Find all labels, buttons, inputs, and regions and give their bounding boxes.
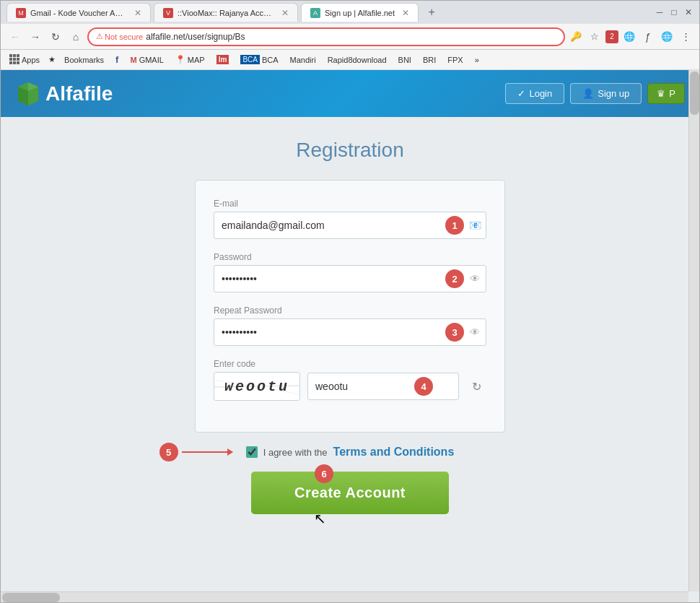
bookmark-bni-label: BNI bbox=[398, 56, 411, 64]
vertical-scrollbar[interactable] bbox=[688, 70, 699, 591]
repeat-password-show-icon[interactable]: 👁 bbox=[464, 319, 486, 345]
bookmark-fpx-label: FPX bbox=[447, 56, 463, 64]
svg-rect-6 bbox=[9, 61, 12, 64]
tab-gmail[interactable]: M Gmail - Kode Voucher ALFAFILI... ✕ bbox=[6, 3, 151, 22]
create-account-button[interactable]: Create Account bbox=[251, 472, 449, 514]
m-icon: M bbox=[130, 56, 136, 64]
step-2-badge: 2 bbox=[445, 269, 464, 288]
horizontal-scroll-thumb[interactable] bbox=[2, 593, 60, 602]
tab-vioomax-label: ::ViooMax:: Rajanya Account Pr... bbox=[178, 9, 274, 17]
tab-vioomax[interactable]: V ::ViooMax:: Rajanya Account Pr... ✕ bbox=[154, 3, 298, 22]
back-button[interactable]: ← bbox=[6, 28, 24, 45]
password-input-wrap: 2 👁 bbox=[214, 265, 486, 292]
key-icon[interactable]: 🔑 bbox=[568, 29, 584, 45]
svg-rect-7 bbox=[13, 61, 16, 64]
address-bar[interactable]: ⚠ Not secure alfafile.net/user/signup/Bs bbox=[87, 27, 565, 46]
tab-gmail-label: Gmail - Kode Voucher ALFAFILI... bbox=[30, 9, 127, 17]
bookmark-bni[interactable]: BNI bbox=[395, 54, 414, 66]
gmail-favicon: M bbox=[16, 8, 26, 18]
security-warning: ⚠ Not secure bbox=[96, 32, 143, 41]
password-label: Password bbox=[214, 252, 486, 262]
home-button[interactable]: ⌂ bbox=[67, 28, 84, 45]
login-button[interactable]: ✓ Login bbox=[505, 83, 564, 104]
checkmark-icon: ✓ bbox=[517, 88, 525, 99]
reload-button[interactable]: ↻ bbox=[47, 28, 64, 45]
maximize-button[interactable]: □ bbox=[669, 7, 679, 17]
captcha-refresh-button[interactable]: ↻ bbox=[466, 376, 486, 396]
bookmark-bri-label: BRI bbox=[423, 56, 436, 64]
email-input[interactable] bbox=[214, 212, 464, 238]
formula-icon[interactable]: ƒ bbox=[640, 29, 656, 45]
bookmark-bookmarks[interactable]: Bookmarks bbox=[61, 54, 107, 66]
terms-link-text: Terms and Conditions bbox=[333, 446, 455, 458]
fb-icon: f bbox=[115, 54, 118, 65]
agree-checkbox[interactable] bbox=[246, 446, 258, 458]
extensions-icon[interactable]: 2 bbox=[605, 30, 618, 43]
bookmark-map[interactable]: 📍 MAP bbox=[172, 53, 208, 66]
login-label: Login bbox=[529, 88, 552, 99]
new-tab-button[interactable]: + bbox=[421, 3, 442, 22]
bookmark-rapid8[interactable]: Rapid8download bbox=[325, 54, 390, 66]
bookmark-lm[interactable]: lm bbox=[214, 53, 232, 66]
svg-rect-3 bbox=[9, 58, 12, 61]
signup-button[interactable]: 👤 Sign up bbox=[570, 83, 642, 104]
minimize-button[interactable]: ─ bbox=[655, 7, 665, 17]
step-4-badge: 4 bbox=[414, 377, 433, 396]
bookmark-fb[interactable]: f bbox=[113, 53, 121, 66]
bookmark-map-label: MAP bbox=[188, 56, 205, 64]
bookmark-gmail[interactable]: M GMAIL bbox=[127, 54, 166, 66]
step-1-badge: 1 bbox=[445, 216, 464, 235]
captcha-image: weootu bbox=[214, 372, 300, 401]
close-button[interactable]: ✕ bbox=[683, 7, 694, 17]
bookmark-bri[interactable]: BRI bbox=[420, 54, 439, 66]
alfafile-favicon: A bbox=[310, 8, 320, 18]
bookmarks-more[interactable]: » bbox=[472, 54, 482, 66]
step-3-badge: 3 bbox=[445, 323, 464, 342]
svg-rect-5 bbox=[17, 58, 19, 61]
bookmark-mandiri-label: Mandiri bbox=[290, 56, 316, 64]
tab-alfafile-close[interactable]: ✕ bbox=[402, 8, 409, 18]
bookmark-bookmarks-label: Bookmarks bbox=[64, 56, 104, 64]
step-5-arrow bbox=[182, 451, 232, 453]
bookmark-apps[interactable]: Apps bbox=[6, 53, 43, 67]
toolbar-icons: 🔑 ☆ 2 🌐 ƒ 🌐 ⋮ bbox=[568, 29, 694, 45]
chrome-icon[interactable]: 🌐 bbox=[659, 29, 675, 45]
tab-vioomax-close[interactable]: ✕ bbox=[281, 8, 289, 18]
email-icon: 📧 bbox=[464, 212, 486, 238]
agree-text: I agree with the bbox=[263, 447, 328, 458]
captcha-label: Enter code bbox=[214, 359, 486, 369]
tab-gmail-close[interactable]: ✕ bbox=[134, 8, 141, 18]
create-account-label: Create Account bbox=[294, 485, 406, 500]
captcha-input-wrap: 4 bbox=[307, 373, 459, 400]
vioomax-favicon: V bbox=[163, 8, 173, 18]
premium-button[interactable]: ♛ P bbox=[647, 83, 685, 104]
submit-section: 6 Create Account ↖ bbox=[251, 472, 449, 514]
terms-link[interactable]: Terms and Conditions bbox=[333, 446, 455, 459]
tab-alfafile[interactable]: A Sign up | Alfafile.net ✕ bbox=[301, 3, 419, 22]
profile-icon2[interactable]: 🌐 bbox=[621, 29, 637, 45]
window-controls: ─ □ ✕ bbox=[655, 7, 694, 17]
bookmark-mandiri[interactable]: Mandiri bbox=[287, 54, 319, 66]
bookmark-gmail-label: GMAIL bbox=[139, 56, 164, 64]
star-icon[interactable]: ☆ bbox=[587, 29, 603, 45]
bookmark-fpx[interactable]: FPX bbox=[445, 54, 465, 66]
main-area: Registration E-mail 1 📧 Password bbox=[1, 117, 699, 602]
logo: Alfafile bbox=[15, 81, 113, 107]
more-button[interactable]: ⋮ bbox=[678, 29, 694, 45]
title-bar: M Gmail - Kode Voucher ALFAFILI... ✕ V :… bbox=[1, 1, 699, 24]
password-show-icon[interactable]: 👁 bbox=[464, 266, 486, 292]
repeat-password-input[interactable] bbox=[214, 319, 464, 345]
horizontal-scrollbar[interactable] bbox=[1, 591, 688, 602]
logo-text: Alfafile bbox=[45, 82, 113, 105]
forward-button[interactable]: → bbox=[27, 28, 44, 45]
step-6-badge: 6 bbox=[315, 464, 333, 483]
crown-icon: ♛ bbox=[657, 88, 665, 99]
captcha-input[interactable] bbox=[308, 373, 458, 399]
bookmark-bca[interactable]: BCA BCA bbox=[237, 53, 281, 66]
vertical-scroll-thumb[interactable] bbox=[690, 71, 699, 115]
step-5-annotation: 5 bbox=[159, 443, 232, 461]
password-input[interactable] bbox=[214, 266, 464, 292]
person-icon: 👤 bbox=[582, 88, 594, 99]
svg-rect-2 bbox=[17, 54, 19, 57]
warning-icon: ⚠ bbox=[96, 32, 103, 41]
